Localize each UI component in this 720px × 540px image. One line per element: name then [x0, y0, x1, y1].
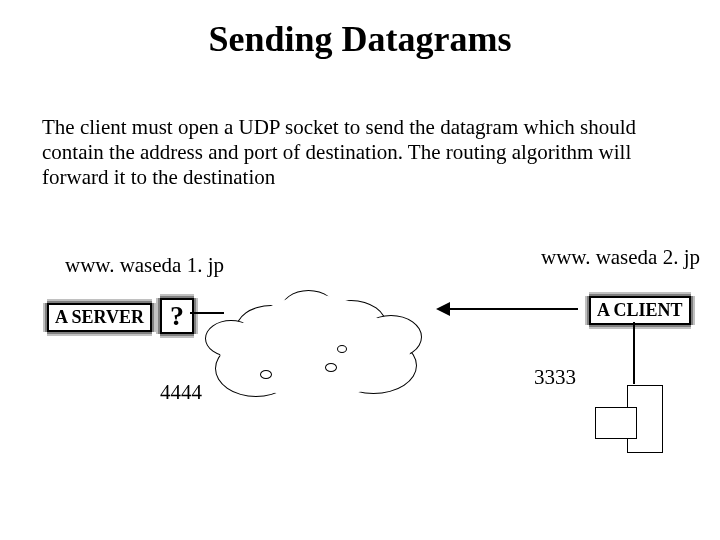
slide-title: Sending Datagrams [0, 18, 720, 60]
network-cloud-icon [205, 285, 425, 415]
client-url-label: www. waseda 2. jp [541, 245, 700, 270]
client-port-label: 3333 [534, 365, 576, 390]
client-box: A CLIENT [589, 296, 691, 325]
server-port-label: 4444 [160, 380, 202, 405]
description-text: The client must open a UDP socket to sen… [42, 115, 652, 191]
arrow-cloud-to-client [438, 308, 578, 310]
server-box: A SERVER [47, 303, 152, 332]
question-box: ? [160, 298, 194, 334]
slide: Sending Datagrams The client must open a… [0, 0, 720, 540]
connector-client-to-pc [633, 322, 635, 384]
computer-icon [595, 385, 665, 455]
server-url-label: www. waseda 1. jp [65, 253, 224, 278]
